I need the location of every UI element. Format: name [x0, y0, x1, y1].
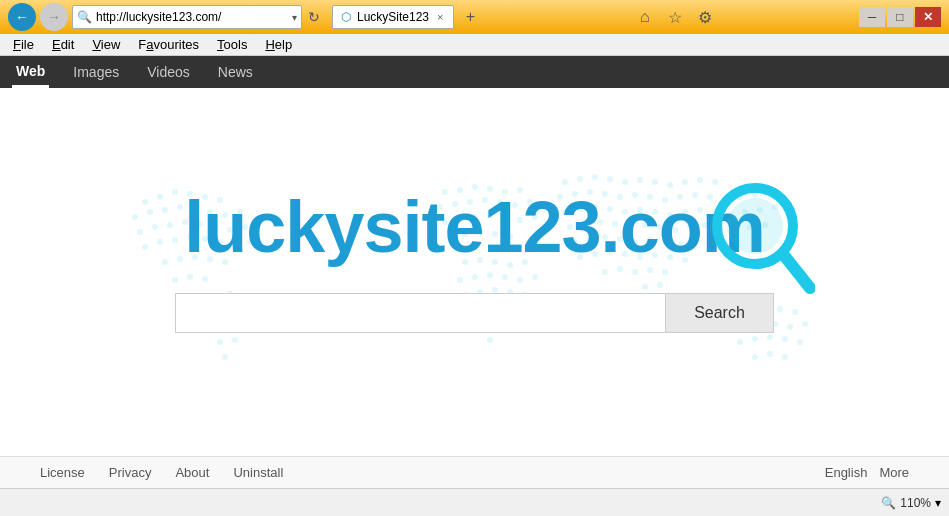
- svg-point-1: [157, 194, 163, 200]
- svg-point-31: [162, 259, 168, 265]
- menu-bar: File Edit View Favourites Tools Help: [0, 34, 949, 56]
- menu-view-underline: V: [92, 37, 100, 52]
- footer-uninstall-link[interactable]: Uninstall: [233, 465, 283, 480]
- svg-point-101: [637, 177, 643, 183]
- svg-point-186: [787, 324, 793, 330]
- tab-luckysite123[interactable]: ⬡ LuckySite123 ×: [332, 5, 454, 29]
- svg-point-193: [752, 354, 758, 360]
- toolbar-icons: ⌂ ☆ ⚙: [632, 4, 718, 30]
- svg-point-189: [752, 336, 758, 342]
- maximize-button[interactable]: □: [887, 7, 913, 27]
- svg-point-102: [652, 179, 658, 185]
- address-bar-icon: 🔍: [77, 10, 92, 24]
- menu-favourites[interactable]: Favourites: [129, 34, 208, 55]
- menu-file[interactable]: File: [4, 34, 43, 55]
- svg-point-190: [767, 334, 773, 340]
- svg-point-23: [142, 244, 148, 250]
- refresh-button[interactable]: ↻: [306, 7, 322, 27]
- svg-point-180: [777, 306, 783, 312]
- tab-close-button[interactable]: ×: [435, 11, 445, 23]
- svg-point-95: [487, 337, 493, 343]
- svg-point-105: [697, 177, 703, 183]
- svg-point-99: [607, 176, 613, 182]
- menu-view[interactable]: View: [83, 34, 129, 55]
- tab-images[interactable]: Images: [69, 56, 123, 88]
- svg-point-96: [562, 179, 568, 185]
- search-input[interactable]: [175, 293, 665, 333]
- zoom-dropdown-button[interactable]: ▾: [935, 496, 941, 510]
- svg-point-47: [232, 337, 238, 343]
- status-bar: 🔍 110% ▾: [0, 488, 949, 516]
- svg-point-104: [682, 179, 688, 185]
- zoom-icon: 🔍: [881, 496, 896, 510]
- favorites-button[interactable]: ☆: [662, 4, 688, 30]
- menu-edit-underline: E: [52, 37, 61, 52]
- svg-point-15: [152, 224, 158, 230]
- address-bar-container: 🔍 ▾: [72, 5, 302, 29]
- menu-tools[interactable]: Tools: [208, 34, 256, 55]
- svg-point-197: [727, 198, 783, 254]
- search-area: Search: [175, 293, 774, 333]
- svg-point-6: [132, 214, 138, 220]
- tab-web[interactable]: Web: [12, 56, 49, 88]
- logo-container: luckysite123.com Search: [175, 191, 774, 333]
- svg-point-8: [162, 207, 168, 213]
- settings-button[interactable]: ⚙: [692, 4, 718, 30]
- svg-point-188: [737, 339, 743, 345]
- menu-file-underline: F: [13, 37, 21, 52]
- svg-point-100: [622, 179, 628, 185]
- svg-point-97: [577, 176, 583, 182]
- menu-help[interactable]: Help: [256, 34, 301, 55]
- svg-point-191: [782, 336, 788, 342]
- svg-point-48: [222, 354, 228, 360]
- address-dropdown-button[interactable]: ▾: [292, 12, 297, 23]
- svg-point-192: [797, 339, 803, 345]
- footer-about-link[interactable]: About: [175, 465, 209, 480]
- tab-videos[interactable]: Videos: [143, 56, 194, 88]
- logo-wrapper: luckysite123.com: [184, 191, 764, 263]
- svg-point-195: [782, 354, 788, 360]
- menu-edit[interactable]: Edit: [43, 34, 83, 55]
- window-controls: ─ □ ✕: [859, 7, 941, 27]
- svg-point-181: [792, 309, 798, 315]
- footer-links: License Privacy About Uninstall: [40, 465, 283, 480]
- svg-point-46: [217, 339, 223, 345]
- search-tabs: Web Images Videos News: [0, 56, 949, 88]
- tab-title: LuckySite123: [357, 10, 429, 24]
- menu-help-underline: H: [265, 37, 274, 52]
- back-button[interactable]: ←: [8, 3, 36, 31]
- footer-language-link[interactable]: English: [825, 465, 868, 480]
- footer-license-link[interactable]: License: [40, 465, 85, 480]
- tab-bar: ⬡ LuckySite123 × +: [332, 5, 482, 29]
- svg-point-0: [142, 199, 148, 205]
- title-bar: ← → 🔍 ▾ ↻ ⬡ LuckySite123 × + ⌂ ☆ ⚙ ─ □ ✕: [0, 0, 949, 34]
- svg-point-194: [767, 351, 773, 357]
- svg-point-187: [802, 321, 808, 327]
- svg-point-16: [167, 222, 173, 228]
- svg-point-14: [137, 229, 143, 235]
- footer-right: English More: [825, 465, 909, 480]
- search-button[interactable]: Search: [665, 293, 774, 333]
- footer-privacy-link[interactable]: Privacy: [109, 465, 152, 480]
- menu-tools-underline: T: [217, 37, 224, 52]
- footer: License Privacy About Uninstall English …: [0, 456, 949, 488]
- footer-more-link[interactable]: More: [879, 465, 909, 480]
- forward-button[interactable]: →: [40, 3, 68, 31]
- home-button[interactable]: ⌂: [632, 4, 658, 30]
- magnifier-icon: [705, 176, 815, 306]
- address-bar-input[interactable]: [96, 10, 288, 24]
- tab-news[interactable]: News: [214, 56, 257, 88]
- tab-favicon: ⬡: [341, 10, 351, 24]
- svg-point-98: [592, 174, 598, 180]
- menu-fav-underline: a: [146, 37, 153, 52]
- new-tab-button[interactable]: +: [458, 5, 482, 29]
- svg-point-24: [157, 239, 163, 245]
- logo-text: luckysite123.com: [184, 187, 764, 267]
- close-button[interactable]: ✕: [915, 7, 941, 27]
- minimize-button[interactable]: ─: [859, 7, 885, 27]
- main-content: luckysite123.com Search: [0, 88, 949, 456]
- zoom-level: 110%: [900, 496, 931, 510]
- svg-point-7: [147, 209, 153, 215]
- title-bar-left: ← → 🔍 ▾ ↻ ⬡ LuckySite123 × +: [8, 3, 482, 31]
- svg-line-198: [783, 254, 810, 288]
